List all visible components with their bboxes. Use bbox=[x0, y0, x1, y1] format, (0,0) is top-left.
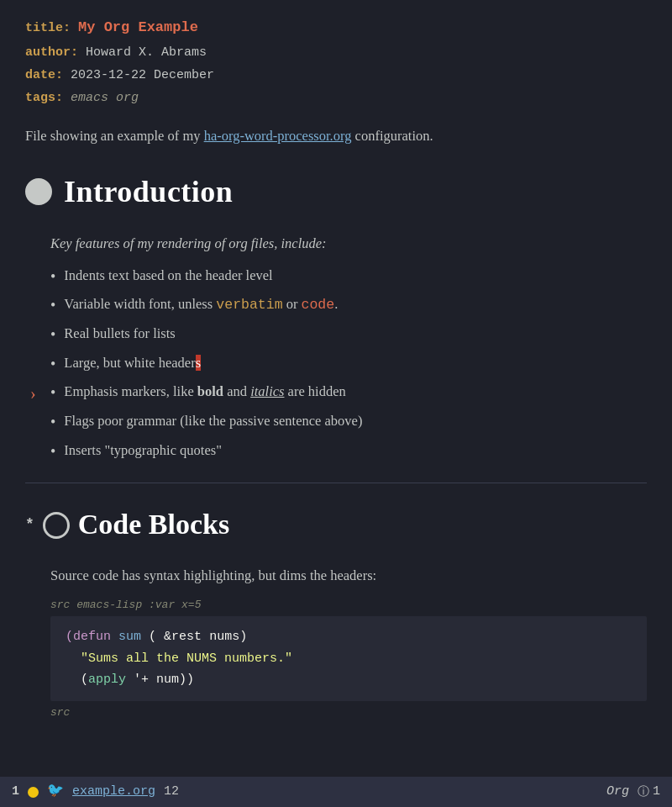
section2-body: Source code has syntax highlighting, but… bbox=[25, 565, 647, 721]
list-item: • Large, but white headers bbox=[50, 351, 647, 377]
date-key: date: bbox=[25, 68, 63, 82]
bullet-dot: • bbox=[50, 381, 55, 406]
section1-body: Key features of my rendering of org file… bbox=[25, 233, 647, 464]
kf-italic: rendering bbox=[157, 235, 211, 251]
code-builtin: apply bbox=[88, 672, 126, 687]
code-param: &rest bbox=[164, 630, 202, 644]
list-item: • Variable width font, unless verbatim o… bbox=[50, 293, 647, 319]
code-line-3: (apply '+ num)) bbox=[66, 669, 632, 691]
bullet-dot: • bbox=[50, 352, 55, 377]
bullet-dot: • bbox=[50, 265, 55, 290]
main-content: title: My Org Example author: Howard X. … bbox=[0, 0, 672, 789]
meta-tags-row: tags: emacs org bbox=[25, 87, 647, 109]
bullet-list: • Indents text based on the header level… bbox=[50, 264, 647, 465]
emacs-icon: 🐦 bbox=[47, 781, 64, 803]
author-value: Howard X. Abrams bbox=[86, 45, 207, 60]
italic-text: italics bbox=[250, 383, 284, 399]
bullet-text-7: Inserts "typographic quotes" bbox=[64, 439, 647, 462]
date-value: 2023-12-22 December bbox=[71, 68, 214, 82]
kf-after: of org files, include: bbox=[211, 235, 326, 251]
section2-heading: * Code Blocks bbox=[25, 502, 647, 547]
code-src-footer: src bbox=[50, 704, 647, 722]
code-fname: sum bbox=[118, 630, 141, 644]
bullet-dot: • bbox=[50, 293, 55, 319]
meta-author-row: author: Howard X. Abrams bbox=[25, 41, 647, 64]
intro-text-before: File showing an example of my bbox=[25, 128, 204, 144]
intro-text-after: configuration. bbox=[351, 128, 433, 144]
code-string: "Sums all the NUMS numbers." bbox=[66, 651, 292, 666]
meta-date-row: date: 2023-12-22 December bbox=[25, 64, 647, 87]
status-col: 12 bbox=[164, 782, 179, 802]
author-key: author: bbox=[25, 45, 78, 60]
bullet-dot: • bbox=[50, 440, 55, 465]
heading-star: * bbox=[25, 513, 34, 537]
list-item: • Inserts "typographic quotes" bbox=[50, 439, 647, 465]
status-info-group: ⓘ 1 bbox=[638, 782, 660, 802]
section1-title: Introduction bbox=[64, 168, 233, 217]
code-keyword: (defun bbox=[66, 630, 111, 644]
section2-title: Code Blocks bbox=[78, 502, 229, 547]
meta-block: title: My Org Example author: Howard X. … bbox=[25, 15, 647, 109]
bullet-text-6: Flags poor grammar (like the passive sen… bbox=[64, 409, 647, 432]
bullet-text-4: Large, but white headers bbox=[64, 351, 647, 374]
section1-heading: Introduction bbox=[25, 168, 647, 217]
verbatim-text: verbatim bbox=[216, 297, 282, 313]
bold-text: bold bbox=[197, 383, 223, 399]
list-item: • Real bullets for lists bbox=[50, 322, 647, 348]
divider bbox=[25, 483, 647, 483]
list-item: • Emphasis markers, like bold and italic… bbox=[50, 380, 647, 406]
bullet-text-3: Real bullets for lists bbox=[64, 322, 647, 345]
bullet-dot: • bbox=[50, 410, 55, 435]
code-line-2: "Sums all the NUMS numbers." bbox=[66, 648, 632, 670]
key-features-paragraph: Key features of my rendering of org file… bbox=[50, 233, 647, 255]
status-mode: Org bbox=[606, 782, 629, 802]
code-block: (defun sum ( &rest nums) "Sums all the N… bbox=[50, 616, 647, 701]
code-description: Source code has syntax highlighting, but… bbox=[50, 565, 647, 587]
bullet-text-2: Variable width font, unless verbatim or … bbox=[64, 293, 647, 316]
list-item: • Flags poor grammar (like the passive s… bbox=[50, 409, 647, 435]
intro-paragraph: File showing an example of my ha-org-wor… bbox=[25, 124, 647, 148]
heading-circle-filled bbox=[25, 178, 52, 205]
intro-link[interactable]: ha-org-word-processor.org bbox=[204, 128, 352, 144]
code-src-header: src emacs-lisp :var x=5 bbox=[50, 597, 647, 614]
status-bar: 1 🐦 example.org 12 Org ⓘ 1 bbox=[0, 777, 672, 807]
status-dot bbox=[28, 787, 39, 798]
bullet-text-1: Indents text based on the header level bbox=[64, 264, 647, 287]
status-right: Org ⓘ 1 bbox=[606, 782, 660, 802]
tags-key: tags: bbox=[25, 91, 63, 105]
bullet-text-5: Emphasis markers, like bold and italics … bbox=[64, 380, 647, 403]
circle-i-label: ⓘ bbox=[638, 783, 649, 801]
kf-before: Key features of my bbox=[50, 235, 157, 251]
code-text: code bbox=[302, 297, 335, 313]
cursor-mark: s bbox=[196, 355, 201, 371]
meta-title-row: title: My Org Example bbox=[25, 15, 647, 41]
bullet-dot: • bbox=[50, 323, 55, 348]
title-value: My Org Example bbox=[78, 19, 198, 35]
heading-circle-outline bbox=[43, 512, 70, 539]
status-filename[interactable]: example.org bbox=[72, 782, 155, 802]
code-line-1: (defun sum ( &rest nums) bbox=[66, 626, 632, 648]
status-info-num: 1 bbox=[653, 782, 660, 802]
status-line-num: 1 bbox=[12, 782, 19, 802]
tags-value: emacs org bbox=[71, 91, 139, 105]
list-item: • Indents text based on the header level bbox=[50, 264, 647, 290]
title-key: title: bbox=[25, 21, 71, 35]
